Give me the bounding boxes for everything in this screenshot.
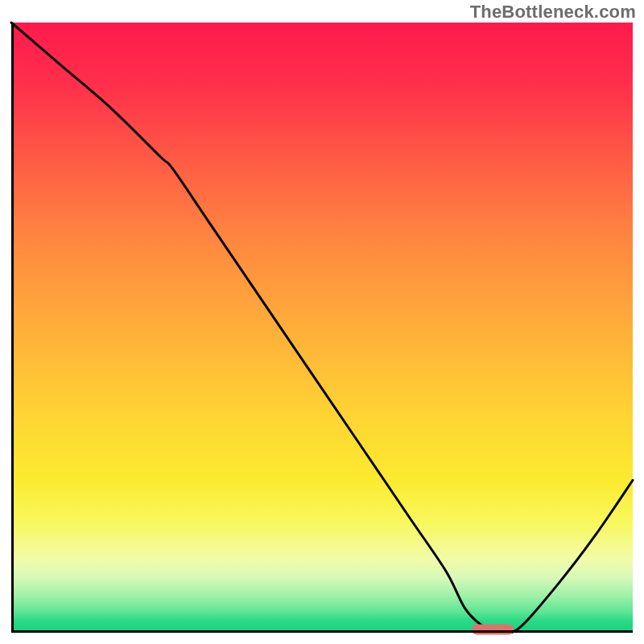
chart-plot-area — [11, 23, 633, 633]
x-axis-line — [11, 630, 633, 633]
attribution-text: TheBottleneck.com — [470, 2, 636, 23]
y-axis-line — [11, 23, 14, 633]
bottleneck-curve — [11, 23, 633, 633]
